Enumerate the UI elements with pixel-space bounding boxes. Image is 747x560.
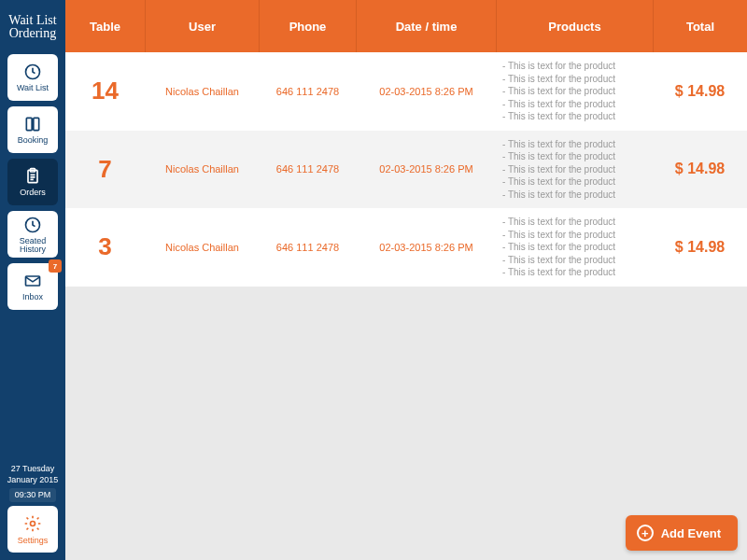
svg-rect-2	[34, 119, 39, 131]
sidebar-time: 09:30 PM	[9, 488, 57, 502]
add-event-button[interactable]: + Add Event	[626, 515, 738, 551]
product-line: - This is text for the product	[502, 150, 615, 163]
product-line: - This is text for the product	[502, 189, 615, 202]
sidebar-item-label: Wait List	[17, 84, 49, 92]
cell-user: Nicolas Chaillan	[146, 208, 260, 287]
cell-table: 7	[65, 131, 146, 209]
product-line: - This is text for the product	[502, 85, 615, 98]
product-line: - This is text for the product	[502, 163, 615, 176]
table-row[interactable]: 7Nicolas Chaillan646 111 247802-03-2015 …	[65, 131, 747, 209]
main-content: Table User Phone Date / time Products To…	[65, 0, 747, 560]
app-logo: Wait List Ordering	[5, 6, 61, 49]
product-line: - This is text for the product	[502, 216, 615, 229]
col-header-datetime: Date / time	[357, 0, 497, 52]
col-header-user: User	[146, 0, 260, 52]
cell-products: - This is text for the product- This is …	[497, 131, 654, 209]
cell-user: Nicolas Chaillan	[146, 52, 260, 131]
add-event-label: Add Event	[661, 526, 721, 540]
clipboard-icon	[22, 166, 43, 187]
product-line: - This is text for the product	[502, 175, 615, 189]
table-row[interactable]: 3Nicolas Chaillan646 111 247802-03-2015 …	[65, 208, 747, 287]
product-line: - This is text for the product	[502, 60, 615, 73]
gear-icon	[22, 513, 43, 534]
sidebar-item-label: Inbox	[22, 293, 43, 301]
sidebar-item-label: Orders	[20, 189, 46, 197]
sidebar-item-inbox[interactable]: 7 Inbox	[7, 263, 58, 310]
cell-phone: 646 111 2478	[260, 208, 357, 287]
svg-point-7	[31, 522, 35, 526]
sidebar-date-line1: 27 Tuesday	[7, 464, 59, 474]
svg-rect-1	[26, 119, 32, 131]
sidebar-item-label: Booking	[18, 136, 49, 145]
sidebar: Wait List Ordering Wait List Booking Ord…	[0, 0, 65, 560]
plus-icon: +	[637, 525, 654, 541]
settings-label: Settings	[18, 536, 49, 545]
clock-icon	[22, 62, 43, 82]
product-line: - This is text for the product	[502, 241, 615, 254]
sidebar-date-line2: January 2015	[7, 475, 59, 485]
product-line: - This is text for the product	[502, 73, 615, 86]
product-line: - This is text for the product	[502, 98, 615, 111]
inbox-badge: 7	[49, 259, 62, 273]
cell-table: 3	[65, 208, 146, 287]
table-header: Table User Phone Date / time Products To…	[65, 0, 747, 52]
cell-products: - This is text for the product- This is …	[497, 52, 654, 131]
sidebar-item-waitlist[interactable]: Wait List	[7, 54, 58, 101]
sidebar-item-label: Seated History	[20, 237, 47, 255]
booking-icon	[22, 114, 43, 134]
cell-user: Nicolas Chaillan	[146, 131, 260, 209]
cell-datetime: 02-03-2015 8:26 PM	[357, 208, 497, 287]
col-header-products: Products	[497, 0, 654, 52]
cell-total: $ 14.98	[654, 52, 747, 131]
col-header-phone: Phone	[260, 0, 357, 52]
product-line: - This is text for the product	[502, 266, 615, 279]
product-line: - This is text for the product	[502, 110, 615, 123]
cell-datetime: 02-03-2015 8:26 PM	[357, 52, 497, 131]
table-body[interactable]: 14Nicolas Chaillan646 111 247802-03-2015…	[65, 52, 747, 560]
cell-datetime: 02-03-2015 8:26 PM	[357, 131, 497, 209]
cell-phone: 646 111 2478	[260, 131, 357, 209]
sidebar-datetime: 27 Tuesday January 2015 09:30 PM	[7, 464, 59, 502]
cell-total: $ 14.98	[654, 208, 747, 287]
cell-total: $ 14.98	[654, 131, 747, 209]
product-line: - This is text for the product	[502, 229, 615, 242]
settings-button[interactable]: Settings	[7, 506, 58, 553]
product-line: - This is text for the product	[502, 254, 615, 267]
cell-table: 14	[65, 52, 146, 131]
cell-phone: 646 111 2478	[260, 52, 357, 131]
table-row[interactable]: 14Nicolas Chaillan646 111 247802-03-2015…	[65, 52, 747, 131]
history-icon	[22, 215, 43, 235]
sidebar-item-orders[interactable]: Orders	[7, 159, 58, 205]
sidebar-item-booking[interactable]: Booking	[7, 106, 58, 153]
sidebar-nav: Wait List Booking Orders Seated History …	[7, 54, 58, 310]
cell-products: - This is text for the product- This is …	[497, 208, 654, 287]
col-header-total: Total	[654, 0, 747, 52]
col-header-table: Table	[65, 0, 146, 52]
sidebar-item-seated-history[interactable]: Seated History	[7, 211, 58, 258]
mail-icon	[22, 271, 43, 291]
product-line: - This is text for the product	[502, 138, 615, 151]
